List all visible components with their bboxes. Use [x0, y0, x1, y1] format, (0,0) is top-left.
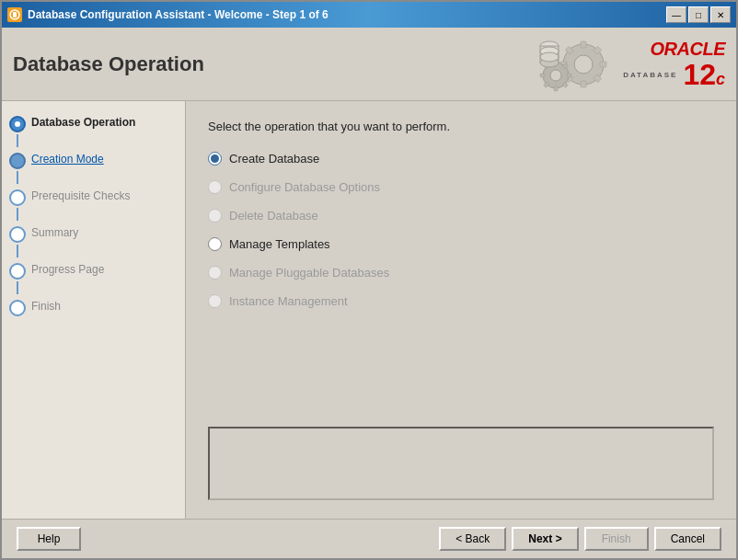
radio-item-delete: Delete Database: [208, 209, 714, 223]
connector-3: [17, 208, 18, 221]
oracle-text-logo: ORACLE DATABASE 12 c: [623, 39, 725, 89]
connector-4: [17, 245, 18, 257]
header-bar: Database Operation: [2, 28, 736, 101]
radio-item-manage-pluggable: Manage Pluggable Databases: [208, 266, 714, 280]
steps-panel: Database Operation Creation Mode Prerequ…: [2, 101, 186, 519]
step-finish: Finish: [2, 294, 185, 320]
instruction-text: Select the operation that you want to pe…: [208, 120, 714, 133]
svg-rect-5: [581, 81, 586, 87]
step-prerequisite-checks: Prerequisite Checks: [2, 184, 185, 210]
main-content: Database Operation Creation Mode Prerequ…: [2, 101, 736, 519]
step-creation-mode[interactable]: Creation Mode: [2, 147, 185, 173]
step-5-label: Progress Page: [31, 261, 104, 276]
step-1-label: Database Operation: [31, 114, 135, 129]
svg-rect-15: [554, 86, 558, 91]
configure-database-label: Configure Database Options: [229, 180, 380, 194]
create-database-label[interactable]: Create Database: [229, 152, 319, 166]
step-1-indicator: [9, 116, 26, 132]
manage-pluggable-label: Manage Pluggable Databases: [229, 266, 389, 280]
step-3-indicator: [9, 189, 26, 206]
cancel-button[interactable]: Cancel: [654, 527, 721, 551]
step-database-operation[interactable]: Database Operation: [2, 110, 185, 136]
svg-point-3: [574, 55, 593, 74]
svg-rect-6: [600, 62, 606, 67]
next-button[interactable]: Next >: [512, 527, 578, 551]
footer: Help < Back Next > Finish Cancel: [2, 519, 736, 558]
svg-rect-1: [13, 12, 17, 17]
step-5-indicator: [9, 263, 26, 280]
instance-management-label: Instance Management: [229, 294, 348, 308]
step-4-label: Summary: [31, 224, 78, 239]
info-box: [208, 427, 714, 500]
step-2-label[interactable]: Creation Mode: [31, 151, 104, 166]
oracle-logo-area: ORACLE DATABASE 12 c: [533, 37, 725, 92]
create-database-radio[interactable]: [208, 152, 222, 166]
oracle-brand-text: ORACLE: [651, 39, 725, 60]
radio-item-create-database[interactable]: Create Database: [208, 152, 714, 166]
svg-rect-17: [540, 74, 545, 77]
svg-rect-4: [581, 41, 586, 48]
step-progress-page: Progress Page: [2, 257, 185, 283]
minimize-button[interactable]: —: [666, 6, 686, 23]
connector-2: [17, 171, 18, 184]
main-window: Database Configuration Assistant - Welco…: [0, 0, 738, 560]
close-button[interactable]: ✕: [710, 6, 731, 23]
oracle-database-text: DATABASE: [623, 71, 677, 79]
step-2-indicator: [9, 153, 26, 169]
window-title: Database Configuration Assistant - Welco…: [28, 8, 666, 21]
radio-item-instance-management: Instance Management: [208, 294, 714, 308]
manage-templates-label[interactable]: Manage Templates: [229, 237, 330, 251]
content-panel: Select the operation that you want to pe…: [186, 101, 736, 519]
svg-rect-16: [567, 74, 571, 77]
configure-database-radio: [208, 180, 222, 194]
oracle-version-suffix: c: [716, 70, 725, 89]
svg-point-13: [550, 70, 561, 81]
manage-templates-radio[interactable]: [208, 237, 222, 251]
step-4-indicator: [9, 226, 26, 243]
manage-pluggable-radio: [208, 266, 222, 280]
step-summary: Summary: [2, 221, 185, 246]
radio-item-manage-templates[interactable]: Manage Templates: [208, 237, 714, 251]
oracle-version: 12: [683, 60, 716, 89]
window-icon: [7, 7, 22, 22]
title-bar: Database Configuration Assistant - Welco…: [2, 2, 736, 28]
maximize-button[interactable]: □: [688, 6, 709, 23]
svg-point-26: [540, 52, 559, 62]
delete-database-label: Delete Database: [229, 209, 318, 223]
finish-button[interactable]: Finish: [584, 527, 649, 551]
step-6-label: Finish: [31, 298, 61, 313]
operation-radio-group: Create Database Configure Database Optio…: [208, 152, 714, 308]
radio-item-configure: Configure Database Options: [208, 180, 714, 194]
help-button[interactable]: Help: [17, 527, 81, 551]
step-3-label: Prerequisite Checks: [31, 188, 130, 202]
oracle-gears-icon: [533, 37, 616, 92]
connector-5: [17, 281, 18, 294]
footer-left: Help: [17, 527, 81, 551]
step-6-indicator: [9, 300, 26, 316]
delete-database-radio: [208, 209, 222, 223]
window-controls: — □ ✕: [666, 6, 731, 23]
footer-right: < Back Next > Finish Cancel: [439, 527, 721, 551]
back-button[interactable]: < Back: [439, 527, 506, 551]
connector-1: [17, 134, 18, 147]
page-title: Database Operation: [13, 52, 204, 76]
instance-management-radio: [208, 294, 222, 308]
